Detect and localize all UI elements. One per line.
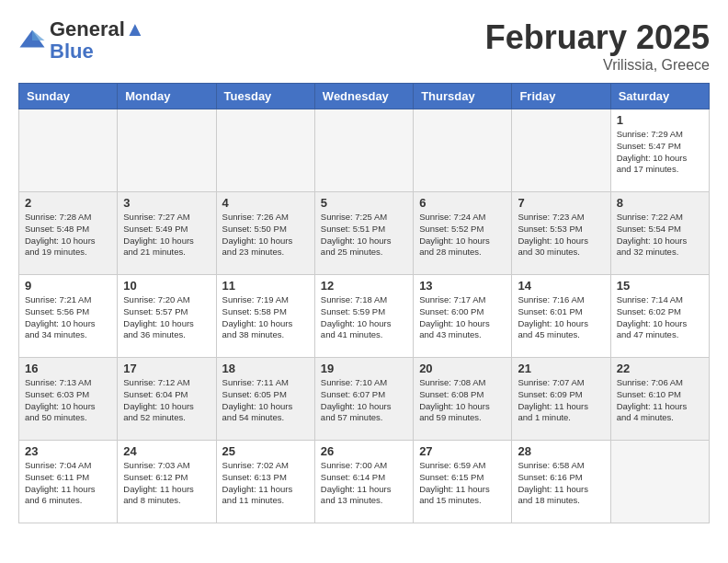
logo-text: General▲ Blue [50,18,145,63]
day-number: 19 [321,362,407,375]
day-info: Sunrise: 7:04 AMSunset: 6:11 PMDaylight:… [25,460,111,507]
calendar-day-cell: 5Sunrise: 7:25 AMSunset: 5:51 PMDaylight… [314,192,413,275]
calendar-day-cell: 27Sunrise: 6:59 AMSunset: 6:15 PMDayligh… [414,441,512,523]
day-info: Sunrise: 7:21 AMSunset: 5:56 PMDaylight:… [25,294,111,341]
calendar-day-cell [19,109,118,192]
day-number: 9 [25,279,111,293]
calendar-week-row: 1Sunrise: 7:29 AMSunset: 5:47 PMDaylight… [19,109,710,192]
day-number: 17 [123,362,210,375]
day-number: 26 [321,444,407,458]
day-number: 25 [222,444,309,458]
day-info: Sunrise: 7:06 AMSunset: 6:10 PMDaylight:… [617,377,703,424]
day-info: Sunrise: 7:19 AMSunset: 5:58 PMDaylight:… [222,294,309,341]
day-number: 13 [419,279,506,293]
calendar-day-cell: 28Sunrise: 6:58 AMSunset: 6:16 PMDayligh… [512,441,610,523]
day-number: 7 [518,196,604,210]
calendar-day-cell [118,109,216,192]
day-info: Sunrise: 7:29 AMSunset: 5:47 PMDaylight:… [617,129,703,176]
calendar-day-cell: 8Sunrise: 7:22 AMSunset: 5:54 PMDaylight… [610,192,709,275]
day-info: Sunrise: 7:27 AMSunset: 5:49 PMDaylight:… [123,212,210,259]
location: Vrilissia, Greece [485,57,710,74]
day-number: 18 [222,362,309,375]
day-number: 24 [123,444,210,458]
day-number: 4 [222,196,309,210]
day-info: Sunrise: 7:28 AMSunset: 5:48 PMDaylight:… [25,212,111,259]
calendar-day-cell: 6Sunrise: 7:24 AMSunset: 5:52 PMDaylight… [414,192,512,275]
day-info: Sunrise: 7:07 AMSunset: 6:09 PMDaylight:… [518,377,604,424]
day-number: 22 [617,362,703,375]
calendar-day-cell [414,109,512,192]
calendar-day-cell [314,109,413,192]
calendar-day-cell: 25Sunrise: 7:02 AMSunset: 6:13 PMDayligh… [216,441,314,523]
day-info: Sunrise: 7:03 AMSunset: 6:12 PMDaylight:… [123,460,210,507]
day-number: 11 [222,279,309,293]
day-number: 3 [123,196,210,210]
day-info: Sunrise: 7:23 AMSunset: 5:53 PMDaylight:… [518,212,604,259]
calendar-day-cell: 14Sunrise: 7:16 AMSunset: 6:01 PMDayligh… [512,275,610,358]
weekday-header-monday: Monday [118,84,216,109]
calendar-day-cell: 9Sunrise: 7:21 AMSunset: 5:56 PMDaylight… [19,275,118,358]
weekday-header-thursday: Thursday [414,84,512,109]
weekday-header-friday: Friday [512,84,610,109]
calendar-day-cell: 19Sunrise: 7:10 AMSunset: 6:07 PMDayligh… [314,358,413,441]
page-header: General▲ Blue February 2025 Vrilissia, G… [18,18,710,74]
calendar-day-cell: 24Sunrise: 7:03 AMSunset: 6:12 PMDayligh… [118,441,216,523]
calendar-table: SundayMondayTuesdayWednesdayThursdayFrid… [18,83,710,523]
day-number: 14 [518,279,604,293]
day-number: 27 [419,444,506,458]
day-number: 12 [321,279,407,293]
calendar-day-cell: 12Sunrise: 7:18 AMSunset: 5:59 PMDayligh… [314,275,413,358]
weekday-header-tuesday: Tuesday [216,84,314,109]
day-info: Sunrise: 7:12 AMSunset: 6:04 PMDaylight:… [123,377,210,424]
calendar-header-row: SundayMondayTuesdayWednesdayThursdayFrid… [19,84,710,109]
calendar-day-cell: 2Sunrise: 7:28 AMSunset: 5:48 PMDaylight… [19,192,118,275]
day-number: 20 [419,362,506,375]
day-number: 1 [617,113,703,127]
day-number: 21 [518,362,604,375]
day-number: 6 [419,196,506,210]
day-number: 8 [617,196,703,210]
day-info: Sunrise: 7:26 AMSunset: 5:50 PMDaylight:… [222,212,309,259]
calendar-day-cell: 15Sunrise: 7:14 AMSunset: 6:02 PMDayligh… [610,275,709,358]
day-info: Sunrise: 7:25 AMSunset: 5:51 PMDaylight:… [321,212,407,259]
day-info: Sunrise: 6:58 AMSunset: 6:16 PMDaylight:… [518,460,604,507]
calendar-day-cell: 13Sunrise: 7:17 AMSunset: 6:00 PMDayligh… [414,275,512,358]
day-number: 5 [321,196,407,210]
day-number: 16 [25,362,111,375]
day-info: Sunrise: 7:10 AMSunset: 6:07 PMDaylight:… [321,377,407,424]
day-info: Sunrise: 7:00 AMSunset: 6:14 PMDaylight:… [321,460,407,507]
calendar-week-row: 16Sunrise: 7:13 AMSunset: 6:03 PMDayligh… [19,358,710,441]
calendar-day-cell [216,109,314,192]
calendar-day-cell: 10Sunrise: 7:20 AMSunset: 5:57 PMDayligh… [118,275,216,358]
day-info: Sunrise: 7:18 AMSunset: 5:59 PMDaylight:… [321,294,407,341]
svg-marker-1 [32,30,45,40]
logo-icon [18,27,46,54]
calendar-day-cell: 4Sunrise: 7:26 AMSunset: 5:50 PMDaylight… [216,192,314,275]
day-number: 28 [518,444,604,458]
day-info: Sunrise: 7:13 AMSunset: 6:03 PMDaylight:… [25,377,111,424]
calendar-day-cell: 11Sunrise: 7:19 AMSunset: 5:58 PMDayligh… [216,275,314,358]
month-title: February 2025 [485,18,710,57]
day-info: Sunrise: 7:08 AMSunset: 6:08 PMDaylight:… [419,377,506,424]
day-info: Sunrise: 7:22 AMSunset: 5:54 PMDaylight:… [617,212,703,259]
calendar-day-cell: 1Sunrise: 7:29 AMSunset: 5:47 PMDaylight… [610,109,709,192]
calendar-day-cell: 3Sunrise: 7:27 AMSunset: 5:49 PMDaylight… [118,192,216,275]
calendar-day-cell: 7Sunrise: 7:23 AMSunset: 5:53 PMDaylight… [512,192,610,275]
day-info: Sunrise: 7:11 AMSunset: 6:05 PMDaylight:… [222,377,309,424]
day-number: 15 [617,279,703,293]
day-info: Sunrise: 7:20 AMSunset: 5:57 PMDaylight:… [123,294,210,341]
day-info: Sunrise: 7:14 AMSunset: 6:02 PMDaylight:… [617,294,703,341]
calendar-day-cell: 21Sunrise: 7:07 AMSunset: 6:09 PMDayligh… [512,358,610,441]
day-info: Sunrise: 7:16 AMSunset: 6:01 PMDaylight:… [518,294,604,341]
day-info: Sunrise: 7:24 AMSunset: 5:52 PMDaylight:… [419,212,506,259]
day-number: 23 [25,444,111,458]
calendar-day-cell: 26Sunrise: 7:00 AMSunset: 6:14 PMDayligh… [314,441,413,523]
day-info: Sunrise: 6:59 AMSunset: 6:15 PMDaylight:… [419,460,506,507]
calendar-week-row: 9Sunrise: 7:21 AMSunset: 5:56 PMDaylight… [19,275,710,358]
calendar-week-row: 2Sunrise: 7:28 AMSunset: 5:48 PMDaylight… [19,192,710,275]
calendar-day-cell: 16Sunrise: 7:13 AMSunset: 6:03 PMDayligh… [19,358,118,441]
title-block: February 2025 Vrilissia, Greece [485,18,710,74]
logo: General▲ Blue [18,18,145,63]
calendar-day-cell: 22Sunrise: 7:06 AMSunset: 6:10 PMDayligh… [610,358,709,441]
day-info: Sunrise: 7:02 AMSunset: 6:13 PMDaylight:… [222,460,309,507]
